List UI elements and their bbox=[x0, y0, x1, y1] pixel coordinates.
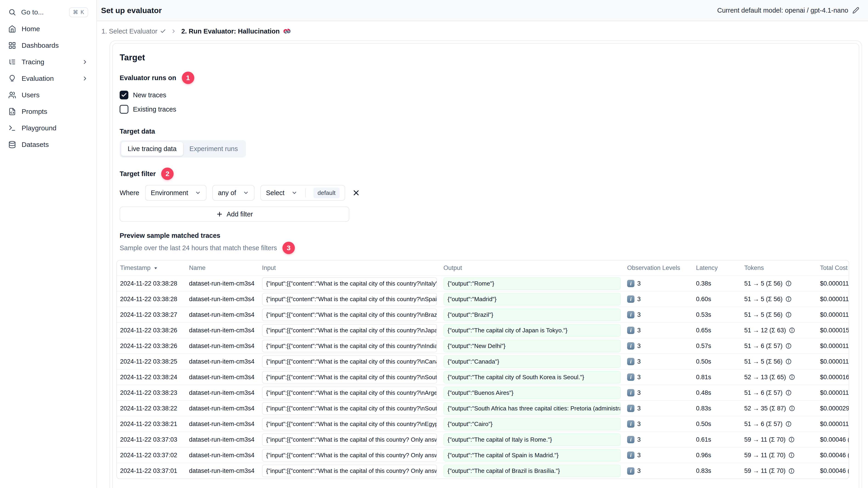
col-tokens[interactable]: Tokens bbox=[741, 261, 817, 276]
info-square-icon: i bbox=[627, 342, 634, 350]
table-row[interactable]: 2024-11-22 03:38:21 dataset-run-item-cm3… bbox=[117, 416, 849, 432]
cost-cell: $0.000011 ( bbox=[817, 307, 849, 323]
info-square-icon: i bbox=[627, 405, 634, 412]
sidebar-item-prompts[interactable]: Prompts bbox=[5, 103, 91, 120]
filter-operator-select[interactable]: any of bbox=[212, 185, 254, 201]
output-cell[interactable]: {"output":"New Delhi"} bbox=[443, 340, 621, 352]
input-cell[interactable]: {"input":[{"content":"What is the capita… bbox=[262, 464, 437, 477]
table-row[interactable]: 2024-11-22 03:38:26 dataset-run-item-cm3… bbox=[117, 323, 849, 338]
table-row[interactable]: 2024-11-22 03:38:22 dataset-run-item-cm3… bbox=[117, 400, 849, 416]
output-cell[interactable]: {"output":"South Africa has three capita… bbox=[443, 402, 621, 415]
table-row[interactable]: 2024-11-22 03:38:27 dataset-run-item-cm3… bbox=[117, 307, 849, 323]
input-cell[interactable]: {"input":[{"content":"What is the capita… bbox=[262, 355, 437, 368]
input-cell[interactable]: {"input":[{"content":"What is the capita… bbox=[262, 277, 437, 290]
col-input[interactable]: Input bbox=[259, 261, 440, 276]
sidebar-item-label: Prompts bbox=[22, 108, 47, 116]
chevron-down-icon bbox=[195, 190, 201, 196]
checkbox-new-traces[interactable]: New traces bbox=[120, 89, 852, 101]
edit-model-icon[interactable] bbox=[852, 7, 859, 14]
info-icon[interactable] bbox=[785, 296, 792, 302]
input-cell[interactable]: {"input":[{"content":"What is the capita… bbox=[262, 308, 437, 321]
checkbox-existing-traces[interactable]: Existing traces bbox=[120, 103, 852, 115]
sidebar-item-datasets[interactable]: Datasets bbox=[5, 136, 91, 153]
table-row[interactable]: 2024-11-22 03:37:02 dataset-run-item-cm3… bbox=[117, 447, 849, 463]
input-cell[interactable]: {"input":[{"content":"What is the capita… bbox=[262, 340, 437, 352]
output-cell[interactable]: {"output":"Cairo"} bbox=[443, 418, 621, 430]
tab-live-tracing-data[interactable]: Live tracing data bbox=[121, 142, 183, 156]
sidebar-item-label: Datasets bbox=[22, 141, 49, 149]
sidebar-item-playground[interactable]: Playground bbox=[5, 120, 91, 136]
info-icon[interactable] bbox=[788, 468, 795, 474]
home-icon bbox=[8, 25, 16, 33]
table-row[interactable]: 2024-11-22 03:38:28 dataset-run-item-cm3… bbox=[117, 291, 849, 307]
col-name[interactable]: Name bbox=[186, 261, 259, 276]
breadcrumb-step-1[interactable]: 1. Select Evaluator bbox=[101, 28, 166, 35]
output-cell[interactable]: {"output":"Buenos Aires"} bbox=[443, 387, 621, 399]
tokens-value: 59 → 11 (Σ 70) bbox=[744, 452, 785, 459]
latency-cell: 0.81s bbox=[693, 369, 741, 385]
sidebar-item-dashboards[interactable]: Dashboards bbox=[5, 37, 91, 54]
output-cell[interactable]: {"output":"The capital of Brazil is Bras… bbox=[443, 464, 621, 477]
col-latency[interactable]: Latency bbox=[693, 261, 741, 276]
info-icon[interactable] bbox=[788, 436, 795, 443]
table-row[interactable]: 2024-11-22 03:38:23 dataset-run-item-cm3… bbox=[117, 385, 849, 400]
cost-cell: $0.000029 bbox=[817, 400, 849, 416]
sidebar-item-evaluation[interactable]: Evaluation bbox=[5, 70, 91, 87]
table-row[interactable]: 2024-11-22 03:38:25 dataset-run-item-cm3… bbox=[117, 354, 849, 369]
output-cell[interactable]: {"output":"Rome"} bbox=[443, 277, 621, 290]
latency-cell: 0.48s bbox=[693, 385, 741, 400]
col-output[interactable]: Output bbox=[440, 261, 624, 276]
info-icon[interactable] bbox=[785, 421, 792, 427]
sidebar-item-label: Tracing bbox=[22, 58, 44, 66]
output-cell[interactable]: {"output":"Brazil"} bbox=[443, 308, 621, 321]
output-cell[interactable]: {"output":"The capital city of South Kor… bbox=[443, 371, 621, 384]
info-icon[interactable] bbox=[785, 343, 792, 349]
sidebar-item-users[interactable]: Users bbox=[5, 87, 91, 103]
info-icon[interactable] bbox=[785, 390, 792, 396]
table-row[interactable]: 2024-11-22 03:37:01 dataset-run-item-cm3… bbox=[117, 463, 849, 479]
breadcrumb-step-2[interactable]: 2. Run Evaluator: Hallucination bbox=[181, 27, 291, 35]
output-cell[interactable]: {"output":"The capital of Italy is Rome.… bbox=[443, 433, 621, 446]
input-cell[interactable]: {"input":[{"content":"What is the capita… bbox=[262, 433, 437, 446]
input-cell[interactable]: {"input":[{"content":"What is the capita… bbox=[262, 449, 437, 462]
table-row[interactable]: 2024-11-22 03:37:03 dataset-run-item-cm3… bbox=[117, 432, 849, 447]
observation-level-value: 3 bbox=[637, 358, 641, 365]
output-cell[interactable]: {"output":"Madrid"} bbox=[443, 293, 621, 305]
col-observation-levels[interactable]: Observation Levels bbox=[624, 261, 693, 276]
info-icon[interactable] bbox=[789, 374, 795, 380]
filter-value-select[interactable]: Select default bbox=[260, 185, 345, 201]
tab-experiment-runs[interactable]: Experiment runs bbox=[183, 142, 244, 156]
latency-cell: 0.53s bbox=[693, 307, 741, 323]
input-cell[interactable]: {"input":[{"content":"What is the capita… bbox=[262, 324, 437, 337]
add-filter-button[interactable]: Add filter bbox=[120, 206, 349, 222]
goto-search[interactable]: Go to... ⌘ K bbox=[5, 4, 91, 21]
col-timestamp[interactable]: Timestamp bbox=[117, 261, 186, 276]
table-row[interactable]: 2024-11-22 03:38:26 dataset-run-item-cm3… bbox=[117, 338, 849, 354]
table-row[interactable]: 2024-11-22 03:38:28 dataset-run-item-cm3… bbox=[117, 276, 849, 291]
latency-cell: 0.60s bbox=[693, 291, 741, 307]
step-badge-1: 1 bbox=[182, 72, 194, 84]
output-cell[interactable]: {"output":"Canada"} bbox=[443, 355, 621, 368]
info-icon[interactable] bbox=[785, 312, 792, 318]
sidebar-item-tracing[interactable]: Tracing bbox=[5, 54, 91, 70]
info-icon[interactable] bbox=[788, 452, 795, 458]
filter-row: Where Environment any of Select default bbox=[120, 185, 852, 201]
filter-column-select[interactable]: Environment bbox=[145, 185, 207, 201]
col-total-cost[interactable]: Total Cost bbox=[817, 261, 849, 276]
input-cell[interactable]: {"input":[{"content":"What is the capita… bbox=[262, 371, 437, 384]
input-cell[interactable]: {"input":[{"content":"What is the capita… bbox=[262, 293, 437, 305]
info-icon[interactable] bbox=[789, 405, 795, 412]
input-cell[interactable]: {"input":[{"content":"What is the capita… bbox=[262, 402, 437, 415]
input-cell[interactable]: {"input":[{"content":"What is the capita… bbox=[262, 387, 437, 399]
sidebar-item-home[interactable]: Home bbox=[5, 21, 91, 37]
output-cell[interactable]: {"output":"The capital city of Japan is … bbox=[443, 324, 621, 337]
prompts-icon bbox=[8, 108, 16, 116]
info-icon[interactable] bbox=[785, 280, 792, 287]
table-row[interactable]: 2024-11-22 03:38:24 dataset-run-item-cm3… bbox=[117, 369, 849, 385]
info-icon[interactable] bbox=[785, 358, 792, 365]
sidebar-item-label: Home bbox=[22, 25, 40, 33]
remove-filter-icon[interactable] bbox=[352, 189, 360, 197]
info-icon[interactable] bbox=[789, 327, 795, 333]
output-cell[interactable]: {"output":"The capital of Spain is Madri… bbox=[443, 449, 621, 462]
input-cell[interactable]: {"input":[{"content":"What is the capita… bbox=[262, 418, 437, 430]
